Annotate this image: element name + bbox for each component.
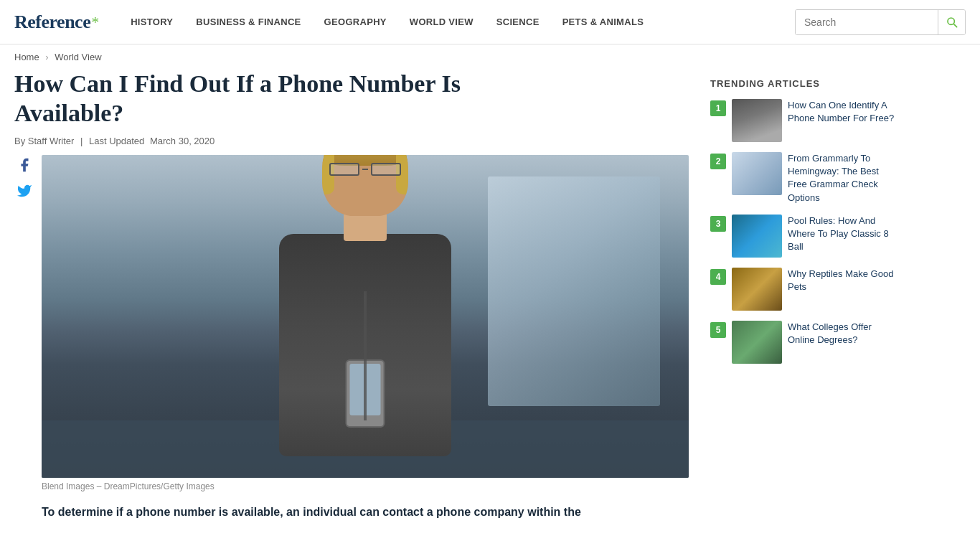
site-logo[interactable]: Reference * — [14, 11, 99, 33]
breadcrumb-section[interactable]: World View — [55, 52, 101, 62]
search-button[interactable] — [938, 10, 965, 34]
article-title: How Can I Find Out If a Phone Number Is … — [14, 70, 560, 128]
nav-item-history[interactable]: HISTORY — [119, 0, 184, 44]
trending-badge-1: 1 — [710, 100, 726, 116]
trending-item-1[interactable]: 1 How Can One Identify A Phone Number Fo… — [710, 99, 895, 142]
breadcrumb: Home › World View — [0, 44, 980, 70]
trending-title-4: Why Reptiles Make Good Pets — [788, 268, 895, 293]
trending-item-5[interactable]: 5 What Colleges Offer Online Degrees? — [710, 321, 895, 364]
article-area: How Can I Find Out If a Phone Number Is … — [14, 70, 689, 521]
logo-text: Reference — [14, 11, 90, 33]
trending-badge-4: 4 — [710, 269, 726, 285]
main-layout: How Can I Find Out If a Phone Number Is … — [0, 70, 980, 521]
breadcrumb-separator: › — [45, 52, 48, 62]
search-icon — [946, 17, 958, 28]
trending-badge-2: 2 — [710, 154, 726, 169]
article-date: March 30, 2020 — [150, 136, 215, 146]
article-image-col: Blend Images – DreamPictures/Getty Image… — [42, 155, 689, 522]
trending-thumb-5 — [732, 321, 782, 364]
nav-item-pets[interactable]: PETS & ANIMALS — [551, 0, 656, 44]
trending-thumb-3 — [732, 215, 782, 258]
trending-item-3[interactable]: 3 Pool Rules: How And Where To Play Clas… — [710, 215, 895, 258]
trending-thumb-1 — [732, 99, 782, 142]
trending-title-5: What Colleges Offer Online Degrees? — [788, 321, 895, 347]
nav-item-business[interactable]: BUSINESS & FINANCE — [184, 0, 312, 44]
facebook-icon — [17, 157, 32, 173]
trending-badge-5: 5 — [710, 322, 726, 338]
trending-title-2: From Grammarly To Hemingway: The Best Fr… — [788, 152, 895, 204]
nav-item-science[interactable]: SCIENCE — [485, 0, 551, 44]
svg-line-1 — [953, 24, 956, 27]
article-image — [42, 155, 689, 478]
site-header: Reference * HISTORY BUSINESS & FINANCE G… — [0, 0, 980, 44]
trending-thumb-2 — [732, 152, 782, 195]
trending-title-3: Pool Rules: How And Where To Play Classi… — [788, 215, 895, 254]
twitter-icon — [17, 183, 32, 199]
facebook-button[interactable] — [14, 155, 34, 175]
trending-badge-3: 3 — [710, 216, 726, 232]
twitter-button[interactable] — [14, 181, 34, 201]
trending-title-1: How Can One Identify A Phone Number For … — [788, 99, 895, 125]
nav-item-worldview[interactable]: WORLD VIEW — [398, 0, 485, 44]
image-caption: Blend Images – DreamPictures/Getty Image… — [42, 481, 689, 491]
article-intro: To determine if a phone number is availa… — [42, 503, 689, 522]
sidebar: TRENDING ARTICLES 1 How Can One Identify… — [710, 70, 895, 521]
trending-thumb-4 — [732, 268, 782, 311]
meta-sep: | — [80, 136, 83, 146]
article-content-row: Blend Images – DreamPictures/Getty Image… — [14, 155, 689, 522]
breadcrumb-home[interactable]: Home — [14, 52, 39, 62]
search-input[interactable] — [796, 10, 938, 34]
main-nav: HISTORY BUSINESS & FINANCE GEOGRAPHY WOR… — [119, 0, 795, 44]
trending-item-2[interactable]: 2 From Grammarly To Hemingway: The Best … — [710, 152, 895, 204]
trending-item-4[interactable]: 4 Why Reptiles Make Good Pets — [710, 268, 895, 311]
search-box — [795, 9, 966, 35]
social-buttons — [14, 155, 34, 201]
nav-item-geography[interactable]: GEOGRAPHY — [313, 0, 398, 44]
last-updated-label: Last Updated — [89, 136, 144, 146]
trending-header: TRENDING ARTICLES — [710, 75, 895, 89]
logo-asterisk: * — [91, 13, 99, 32]
article-meta: By Staff Writer | Last Updated March 30,… — [14, 136, 689, 146]
byline: By Staff Writer — [14, 136, 74, 146]
